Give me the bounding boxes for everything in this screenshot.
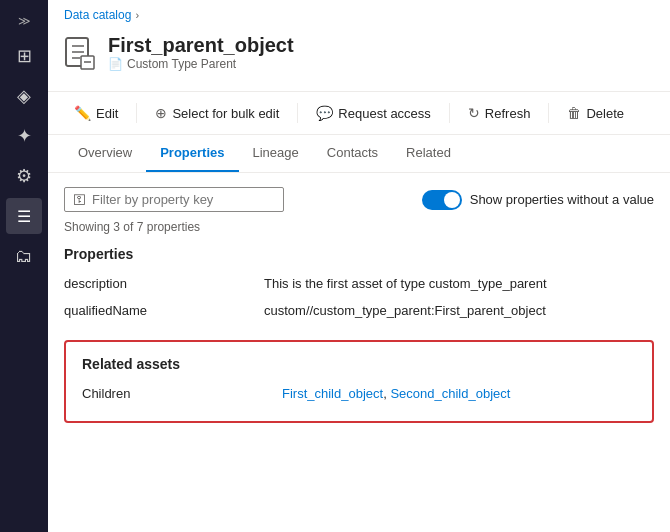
tab-lineage[interactable]: Lineage — [239, 135, 313, 172]
data-icon: ◈ — [17, 85, 31, 107]
toolbar: ✏️ Edit ⊕ Select for bulk edit 💬 Request… — [48, 92, 670, 135]
sidebar-item-catalog[interactable]: ☰ — [6, 198, 42, 234]
page-title: First_parent_object — [108, 34, 294, 57]
toggle-wrap: Show properties without a value — [422, 190, 654, 210]
toggle-thumb — [444, 192, 460, 208]
toggle-label: Show properties without a value — [470, 192, 654, 207]
edit-label: Edit — [96, 106, 118, 121]
sidebar-item-data[interactable]: ◈ — [6, 78, 42, 114]
briefcase-icon: 🗂 — [15, 246, 33, 267]
filter-icon: ⚿ — [73, 192, 86, 207]
breadcrumb: Data catalog › — [48, 0, 670, 26]
catalog-icon: ☰ — [17, 207, 31, 226]
showing-count: Showing 3 of 7 properties — [64, 220, 654, 234]
sidebar: ≫ ⊞ ◈ ✦ ⚙ ☰ 🗂 — [0, 0, 48, 532]
related-link-second-child[interactable]: Second_child_object — [390, 386, 510, 401]
delete-icon: 🗑 — [567, 105, 581, 121]
property-value-description: This is the first asset of type custom_t… — [264, 276, 654, 291]
tab-related[interactable]: Related — [392, 135, 465, 172]
related-assets-box: Related assets Children First_child_obje… — [64, 340, 654, 423]
content-area: ⚿ Show properties without a value Showin… — [48, 173, 670, 532]
bulk-edit-label: Select for bulk edit — [172, 106, 279, 121]
delete-label: Delete — [586, 106, 624, 121]
filter-input-wrap[interactable]: ⚿ — [64, 187, 284, 212]
header-text: First_parent_object 📄 Custom Type Parent — [108, 34, 294, 71]
related-assets-children-value: First_child_object, Second_child_object — [282, 386, 636, 401]
tab-overview[interactable]: Overview — [64, 135, 146, 172]
settings-icon: ⚙ — [16, 165, 32, 187]
refresh-icon: ↻ — [468, 105, 480, 121]
filter-bar: ⚿ Show properties without a value — [64, 187, 654, 212]
related-assets-title: Related assets — [82, 356, 636, 372]
subtitle-text: Custom Type Parent — [127, 57, 236, 71]
edit-button[interactable]: ✏️ Edit — [64, 100, 128, 126]
filter-input[interactable] — [92, 192, 275, 207]
bulk-edit-icon: ⊕ — [155, 105, 167, 121]
tab-contacts[interactable]: Contacts — [313, 135, 392, 172]
request-access-icon: 💬 — [316, 105, 333, 121]
insights-icon: ✦ — [17, 125, 32, 147]
sidebar-item-home[interactable]: ⊞ — [6, 38, 42, 74]
property-key-description: description — [64, 276, 264, 291]
sidebar-item-briefcase[interactable]: 🗂 — [6, 238, 42, 274]
sidebar-collapse-button[interactable]: ≫ — [12, 8, 37, 34]
tab-properties[interactable]: Properties — [146, 135, 238, 172]
show-without-value-toggle[interactable] — [422, 190, 462, 210]
breadcrumb-separator: › — [135, 9, 139, 21]
header-subtitle: 📄 Custom Type Parent — [108, 57, 294, 71]
toolbar-separator-4 — [548, 103, 549, 123]
property-row-description: description This is the first asset of t… — [64, 270, 654, 297]
request-access-button[interactable]: 💬 Request access — [306, 100, 441, 126]
home-icon: ⊞ — [17, 45, 32, 67]
property-row-qualified-name: qualifiedName custom//custom_type_parent… — [64, 297, 654, 324]
property-key-qualified-name: qualifiedName — [64, 303, 264, 318]
property-value-qualified-name: custom//custom_type_parent:First_parent_… — [264, 303, 654, 318]
bulk-edit-button[interactable]: ⊕ Select for bulk edit — [145, 100, 289, 126]
tabs: Overview Properties Lineage Contacts Rel… — [48, 135, 670, 173]
related-assets-children-row: Children First_child_object, Second_chil… — [82, 380, 636, 407]
sidebar-item-insights[interactable]: ✦ — [6, 118, 42, 154]
related-assets-children-key: Children — [82, 386, 282, 401]
toolbar-separator-2 — [297, 103, 298, 123]
page-header: First_parent_object 📄 Custom Type Parent — [48, 26, 670, 92]
related-link-first-child[interactable]: First_child_object — [282, 386, 383, 401]
edit-icon: ✏️ — [74, 105, 91, 121]
main-panel: Data catalog › First_parent_object 📄 Cus… — [48, 0, 670, 532]
refresh-button[interactable]: ↻ Refresh — [458, 100, 541, 126]
request-access-label: Request access — [338, 106, 431, 121]
object-type-icon — [64, 36, 96, 79]
sidebar-item-settings[interactable]: ⚙ — [6, 158, 42, 194]
delete-button[interactable]: 🗑 Delete — [557, 100, 634, 126]
breadcrumb-item-data-catalog[interactable]: Data catalog — [64, 8, 131, 22]
toolbar-separator-1 — [136, 103, 137, 123]
toolbar-separator-3 — [449, 103, 450, 123]
refresh-label: Refresh — [485, 106, 531, 121]
subtitle-icon: 📄 — [108, 57, 123, 71]
properties-section-title: Properties — [64, 246, 654, 262]
